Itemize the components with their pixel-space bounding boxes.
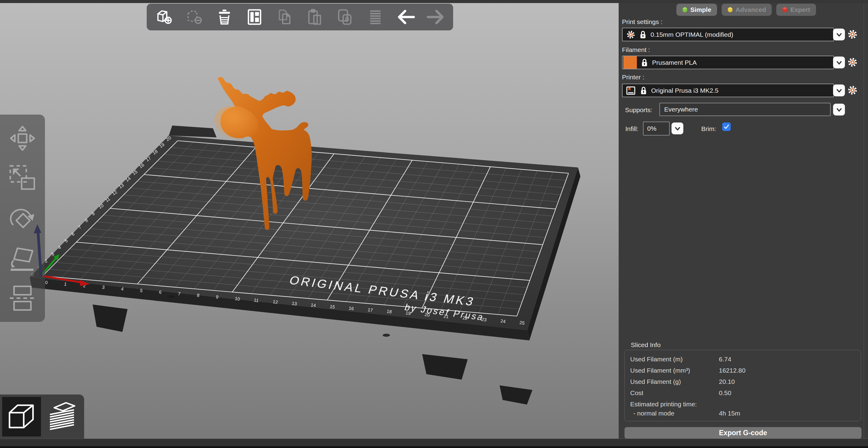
print-settings-label: Print settings : xyxy=(622,18,662,26)
place-on-face-tool-button[interactable] xyxy=(6,242,39,275)
export-gcode-button[interactable]: Export G-code xyxy=(624,427,862,439)
printer-dropdown-button[interactable] xyxy=(833,85,845,96)
instances-button[interactable]: 0 xyxy=(332,5,359,29)
delete-all-button[interactable] xyxy=(211,5,238,29)
copy-button[interactable] xyxy=(272,5,298,29)
chevron-down-icon xyxy=(835,87,843,94)
trash-icon xyxy=(216,8,233,26)
bed-foot xyxy=(500,385,532,405)
gear-icon xyxy=(847,85,858,95)
filament-gear-button[interactable] xyxy=(847,57,858,67)
lock-icon xyxy=(640,30,646,39)
sliced-info-row-value: 6.74 xyxy=(719,356,731,363)
layers-icon xyxy=(367,8,384,26)
scale-tool-button[interactable] xyxy=(6,162,39,195)
arrange-icon xyxy=(246,8,263,26)
normal-mode-value: 4h 15m xyxy=(719,410,740,417)
chevron-down-icon xyxy=(835,106,843,114)
scale-icon xyxy=(7,163,38,193)
rotate-tool-button[interactable] xyxy=(6,202,39,235)
sliced-info-row-label: Used Filament (g) xyxy=(630,378,681,385)
filament-dropdown-button[interactable] xyxy=(833,57,845,68)
infill-value: 0% xyxy=(647,125,656,132)
svg-text:13: 13 xyxy=(291,301,297,306)
gear-icon xyxy=(847,57,858,67)
filament-combo[interactable]: Prusament PLA xyxy=(622,56,834,69)
simple-gem-icon xyxy=(682,7,688,13)
view-mode-switcher xyxy=(0,394,84,439)
cut-tool-button[interactable] xyxy=(6,282,39,315)
gear-icon xyxy=(847,29,858,39)
svg-text:14: 14 xyxy=(310,302,316,308)
infill-combo[interactable]: 0% xyxy=(643,122,670,136)
print-settings-dropdown-button[interactable] xyxy=(833,29,845,40)
remove-cube-icon xyxy=(185,8,203,26)
view-3d-editor-button[interactable] xyxy=(2,397,41,437)
paste-icon xyxy=(306,8,324,26)
print-settings-gear-button[interactable] xyxy=(847,29,858,39)
lock-icon xyxy=(640,86,647,95)
svg-text:0: 0 xyxy=(345,16,349,23)
supports-value: Everywhere xyxy=(664,106,698,113)
svg-text:10: 10 xyxy=(235,296,240,301)
undo-arrow-icon xyxy=(395,6,416,28)
redo-arrow-icon xyxy=(425,6,446,28)
supports-dropdown-button[interactable] xyxy=(833,103,845,116)
instances-icon: 0 xyxy=(337,8,354,26)
svg-text:25: 25 xyxy=(519,320,525,326)
infill-dropdown-button[interactable] xyxy=(672,122,683,135)
mode-expert-button[interactable]: Expert xyxy=(776,4,816,16)
3d-viewport[interactable]: 0123456789101112131415161718192021222324… xyxy=(0,0,619,448)
mode-selector: Simple Advanced Expert xyxy=(676,4,816,16)
window-bottom-edge xyxy=(0,446,868,448)
prusaslicer-window: 0123456789101112131415161718192021222324… xyxy=(0,0,868,448)
profile-gear-icon xyxy=(626,30,636,39)
delete-button[interactable] xyxy=(181,5,207,29)
sliced-info-row-label: Used Filament (m) xyxy=(630,356,683,363)
mode-simple-label: Simple xyxy=(690,6,711,13)
add-button[interactable] xyxy=(151,5,177,29)
cube-icon xyxy=(5,400,38,434)
supports-combo[interactable]: Everywhere xyxy=(659,103,831,116)
top-toolbar: 0 xyxy=(147,4,453,30)
sliced-info-row-label: Used Filament (mm³) xyxy=(630,367,690,374)
move-tool-button[interactable] xyxy=(6,122,39,155)
svg-text:18: 18 xyxy=(386,308,392,314)
settings-panel: Simple Advanced Expert Print settings : xyxy=(619,3,868,439)
bed-foot xyxy=(422,354,468,380)
window-top-strip xyxy=(0,0,868,3)
svg-text:11: 11 xyxy=(254,297,259,303)
printer-label: Printer : xyxy=(622,73,645,81)
printer-value: Original Prusa i3 MK2.5 xyxy=(651,87,719,94)
mode-simple-button[interactable]: Simple xyxy=(676,4,717,16)
bed-foot xyxy=(93,304,128,332)
sliced-info-box: Used Filament (m) 6.74 Used Filament (mm… xyxy=(624,350,861,421)
expert-gem-icon xyxy=(782,7,787,13)
printer-gear-button[interactable] xyxy=(847,85,858,95)
filament-value: Prusament PLA xyxy=(652,59,697,66)
chevron-down-icon xyxy=(835,59,843,66)
supports-label: Supports: xyxy=(625,107,652,114)
undo-button[interactable] xyxy=(393,5,419,29)
printer-combo[interactable]: Original Prusa i3 MK2.5 xyxy=(622,84,834,97)
brim-checkbox[interactable] xyxy=(722,122,731,131)
svg-text:12: 12 xyxy=(272,299,278,304)
mode-advanced-button[interactable]: Advanced xyxy=(722,4,772,16)
checkmark-icon xyxy=(723,123,730,130)
arrange-button[interactable] xyxy=(242,5,268,29)
status-bar xyxy=(0,439,868,446)
mode-expert-label: Expert xyxy=(790,6,810,13)
paste-button[interactable] xyxy=(302,5,328,29)
brim-label: Brim: xyxy=(701,125,716,132)
scene-canvas: 0123456789101112131415161718192021222324… xyxy=(0,0,619,448)
manipulation-toolbar xyxy=(0,115,45,322)
infill-label: Infill: xyxy=(625,125,639,132)
place-on-face-icon xyxy=(7,243,38,273)
redo-button[interactable] xyxy=(423,5,449,29)
print-settings-combo[interactable]: 0.15mm OPTIMAL (modified) xyxy=(622,28,834,41)
move-icon xyxy=(7,123,38,153)
view-preview-button[interactable] xyxy=(43,397,82,437)
sliced-info-row-value: 0.50 xyxy=(719,389,731,397)
sliced-info-row-value: 16212.80 xyxy=(719,367,746,374)
layer-ranges-button[interactable] xyxy=(362,5,389,29)
